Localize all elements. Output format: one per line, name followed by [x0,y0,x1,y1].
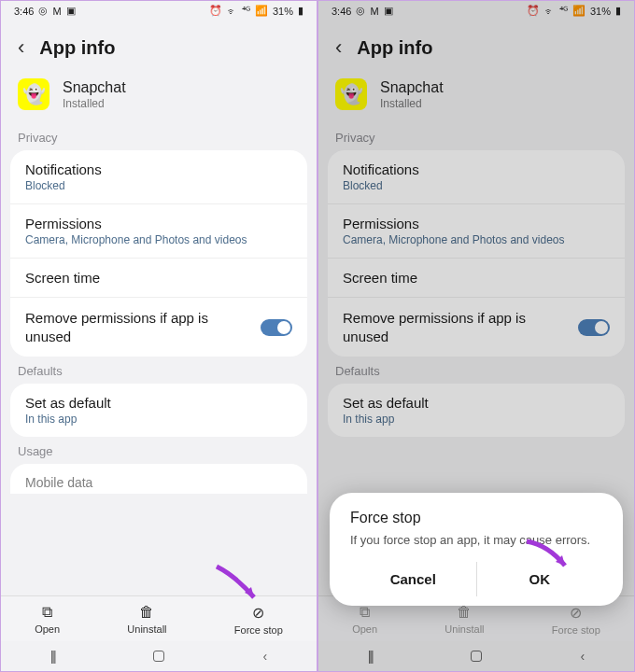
home-icon[interactable] [471,651,482,662]
row-mobile-data[interactable]: Mobile data [10,464,307,494]
toggle-switch[interactable] [261,319,292,336]
section-defaults: Defaults [318,357,634,384]
signal-icon: 📶 [255,5,268,17]
phone-screenshot-left: 3:46 ◎ M ▣ ⏰ ᯤ ⁴ᴳ 📶 31% ▮ ‹ App info 👻 S… [0,0,318,672]
battery-icon: ▮ [615,5,621,17]
trash-icon: 🗑 [139,604,154,621]
privacy-card: Notifications Blocked Permissions Camera… [328,150,625,357]
nav-back-icon[interactable]: ‹ [581,649,586,664]
row-remove-permissions[interactable]: Remove permissions if app is unused [10,298,307,357]
cancel-button[interactable]: Cancel [350,562,477,596]
image-icon: ▣ [66,5,76,17]
row-set-default: Set as default In this app [328,384,625,437]
snapchat-icon: 👻 [18,78,49,110]
page-title: App info [357,37,432,59]
phone-screenshot-right: 3:46 ◎ M ▣ ⏰ ᯤ ⁴ᴳ 📶 31% ▮ ‹ App info 👻 S… [318,0,635,672]
nav-back-icon[interactable]: ‹ [263,649,268,664]
open-button: ⧉ Open [352,604,377,636]
volte-icon: ⁴ᴳ [242,5,250,17]
android-navbar: ||| ‹ [1,641,317,671]
wifi-icon: ᯤ [227,6,237,17]
app-install-status: Installed [63,97,126,110]
instagram-icon: ◎ [356,5,365,17]
defaults-card: Set as default In this app [328,384,625,437]
back-icon[interactable]: ‹ [18,35,24,60]
status-bar: 3:46 ◎ M ▣ ⏰ ᯤ ⁴ᴳ 📶 31% ▮ [1,1,317,19]
battery-percent: 31% [590,6,611,17]
app-summary[interactable]: 👻 Snapchat Installed [1,69,317,123]
status-bar: 3:46 ◎ M ▣ ⏰ ᯤ ⁴ᴳ 📶 31% ▮ [318,1,634,19]
uninstall-button: 🗑 Uninstall [444,604,484,636]
section-privacy: Privacy [318,123,634,150]
gmail-icon: M [52,6,61,17]
row-set-default[interactable]: Set as default In this app [10,384,307,437]
status-time: 3:46 [332,6,351,17]
annotation-arrow [522,534,578,587]
battery-icon: ▮ [298,5,303,17]
recents-icon[interactable]: ||| [368,649,373,664]
row-notifications: Notifications Blocked [328,150,625,204]
image-icon: ▣ [384,5,393,17]
toggle-switch [578,319,610,336]
app-name: Snapchat [63,79,126,96]
recents-icon[interactable]: ||| [50,649,55,664]
trash-icon: 🗑 [457,604,472,621]
section-privacy: Privacy [1,123,317,150]
wifi-icon: ᯤ [544,6,555,17]
row-notifications[interactable]: Notifications Blocked [10,150,307,204]
force-stop-button: ⊘ Force stop [552,604,600,636]
row-permissions: Permissions Camera, Microphone and Photo… [328,204,625,259]
battery-percent: 31% [273,6,293,17]
stop-icon: ⊘ [570,604,582,622]
header: ‹ App info [318,19,634,69]
signal-icon: 📶 [572,5,586,17]
defaults-card: Set as default In this app [10,384,307,437]
app-name: Snapchat [380,79,444,96]
row-screen-time[interactable]: Screen time [10,259,307,298]
row-permissions[interactable]: Permissions Camera, Microphone and Photo… [10,204,307,259]
section-defaults: Defaults [1,357,317,384]
page-title: App info [39,37,115,59]
uninstall-button[interactable]: 🗑 Uninstall [127,604,166,636]
force-stop-dialog: Force stop If you force stop an app, it … [330,493,623,606]
gmail-icon: M [370,6,378,17]
app-install-status: Installed [380,97,444,110]
back-icon: ‹ [335,35,342,60]
open-icon: ⧉ [360,604,370,621]
instagram-icon: ◎ [38,5,48,17]
volte-icon: ⁴ᴳ [559,5,568,17]
bottom-actions: ⧉ Open 🗑 Uninstall ⊘ Force stop [1,595,317,641]
section-usage: Usage [1,437,317,464]
snapchat-icon: 👻 [335,78,367,110]
app-summary: 👻 Snapchat Installed [318,69,634,123]
row-remove-permissions: Remove permissions if app is unused [328,298,625,357]
alarm-icon: ⏰ [527,5,540,17]
privacy-card: Notifications Blocked Permissions Camera… [10,150,307,357]
status-time: 3:46 [14,6,34,17]
home-icon[interactable] [153,651,164,662]
row-screen-time: Screen time [328,259,625,298]
open-icon: ⧉ [42,604,52,621]
annotation-arrow [212,562,268,615]
alarm-icon: ⏰ [209,5,222,17]
open-button[interactable]: ⧉ Open [35,604,60,636]
dialog-title: Force stop [350,510,602,526]
header: ‹ App info [1,19,317,69]
android-navbar: ||| ‹ [318,641,634,671]
